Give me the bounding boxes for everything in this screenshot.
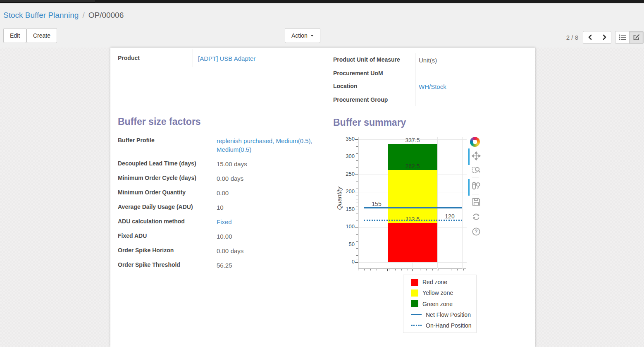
reset-tool-button[interactable]	[472, 212, 481, 221]
buffer-factors-group: Buffer Profile replenish purchased, Medi…	[118, 134, 317, 273]
y-axis-title: Quantity	[336, 174, 343, 223]
breadcrumb-parent-link[interactable]: Stock Buffer Planning	[3, 11, 79, 20]
legend-swatch	[411, 300, 418, 307]
y-tick-label: 250	[333, 171, 355, 177]
field-number: 0.00	[217, 189, 229, 196]
pan-icon	[472, 151, 481, 160]
help-tool-button[interactable]: ?	[472, 227, 481, 236]
y-tick-label: 0	[333, 258, 355, 265]
adu-method-link[interactable]: Fixed	[217, 218, 232, 225]
dlt-label: Decoupled Lead Time (days)	[118, 157, 211, 171]
y-tick-mark	[355, 157, 358, 157]
form-view-icon	[633, 34, 640, 41]
plot-area[interactable]: 337.5262.5112.5155120	[358, 137, 466, 268]
legend-label: Yellow zone	[422, 290, 453, 296]
legend-label: On-Hand Position	[426, 322, 472, 329]
fixed-adu-label: Fixed ADU	[118, 229, 211, 244]
pager-previous-button[interactable]	[583, 31, 597, 44]
y-tick-label: 350	[333, 136, 355, 142]
form-field-row: Minimum Order Cycle (days) 0.00 days	[118, 171, 317, 186]
procurement-uom-field-value	[415, 67, 534, 80]
product-field-label: Product	[118, 49, 193, 67]
y-tick-label: 50	[333, 241, 355, 247]
chevron-right-icon	[601, 34, 607, 41]
x-tick-mark	[412, 269, 413, 271]
list-view-icon	[619, 34, 626, 41]
bokeh-logo-icon[interactable]	[470, 137, 480, 147]
save-tool-button[interactable]	[472, 197, 481, 206]
moc-label: Minimum Order Cycle (days)	[118, 171, 211, 186]
buffer-summary-chart: Quantity 050100150200250300350 337.5262.…	[333, 129, 535, 347]
form-field-row: Product Unit of Measure Unit(s)	[333, 53, 534, 67]
y-tick-mark	[355, 139, 358, 140]
field-suffix: days	[231, 247, 244, 254]
action-dropdown-label: Action	[291, 29, 308, 43]
x-tick-mark	[387, 269, 388, 271]
moc-value: 0.00 days	[211, 171, 317, 186]
legend-item: Net Flow Position	[403, 309, 476, 320]
box-zoom-icon	[472, 165, 481, 175]
pager-value: 2 / 8	[566, 34, 578, 41]
form-field-row: Average Daily Usage (ADU) 10	[118, 200, 317, 215]
view-switcher	[615, 31, 644, 44]
product-group: Product [ADPT] USB Adapter	[118, 49, 324, 67]
product-link[interactable]: [ADPT] USB Adapter	[198, 55, 255, 62]
reset-icon	[472, 212, 481, 221]
breadcrumb-separator: /	[82, 11, 84, 20]
form-field-row: Buffer Profile replenish purchased, Medi…	[118, 134, 317, 157]
x-gridline	[462, 137, 463, 268]
top-menubar	[0, 0, 644, 3]
box-zoom-tool-button[interactable]	[472, 165, 481, 175]
y-tick-label: 300	[333, 153, 355, 159]
legend-item: On-Hand Position	[403, 320, 476, 331]
buffer-profile-link[interactable]: replenish purchased, Medium(0.5), Medium…	[217, 137, 312, 153]
y-tick-mark	[355, 175, 358, 175]
form-field-row: ADU calculation method Fixed	[118, 215, 317, 229]
help-icon: ?	[472, 227, 481, 236]
form-field-row: Procurement Group	[333, 93, 534, 106]
spike-threshold-value: 56.25	[211, 258, 317, 273]
pan-tool-button[interactable]	[472, 151, 481, 160]
procurement-group-field-value	[415, 93, 534, 106]
control-bar: Edit Create Action 2 / 8	[0, 27, 644, 48]
x-tick-mark	[437, 269, 437, 271]
x-gridline	[437, 137, 438, 268]
adu-method-value: Fixed	[211, 215, 317, 229]
field-number: 10	[217, 204, 224, 211]
form-field-row: Order Spike Horizon 0.00 days	[118, 244, 317, 258]
form-field-row: Location WH/Stock	[333, 80, 534, 93]
legend-label: Green zone	[422, 301, 453, 307]
pager: 2 / 8	[566, 27, 644, 48]
zone-yellow	[388, 170, 437, 223]
create-button[interactable]: Create	[26, 28, 57, 43]
toolbar-separator	[472, 177, 479, 177]
pager-next-button[interactable]	[597, 31, 611, 44]
zone-red	[388, 223, 437, 262]
buffer-size-factors-title: Buffer size factors	[118, 116, 201, 127]
y-tick-mark	[355, 210, 358, 210]
adu-method-label: ADU calculation method	[118, 215, 211, 229]
legend-item: Green zone	[403, 298, 476, 309]
list-view-button[interactable]	[615, 31, 630, 44]
form-view-button[interactable]	[629, 31, 644, 44]
y-tick-mark	[355, 262, 358, 263]
y-tick-mark	[355, 245, 358, 245]
save-icon	[472, 197, 481, 206]
form-sheet: Product [ADPT] USB Adapter Product Unit …	[110, 48, 535, 347]
hover-tool-button[interactable]	[472, 181, 481, 190]
breadcrumb-current: OP/00006	[88, 11, 124, 20]
spike-horizon-value: 0.00 days	[211, 244, 317, 258]
y-tick-mark	[355, 192, 358, 192]
action-dropdown-button[interactable]: Action	[285, 28, 320, 43]
location-link[interactable]: WH/Stock	[419, 83, 446, 90]
field-number: 0.00	[217, 175, 229, 182]
fixed-adu-value: 10.00	[211, 229, 317, 244]
edit-button[interactable]: Edit	[3, 28, 26, 43]
hover-icon	[472, 181, 481, 190]
uom-field-value: Unit(s)	[415, 53, 534, 67]
y-tick-label: 100	[333, 223, 355, 230]
form-field-row: Fixed ADU 10.00	[118, 229, 317, 244]
field-number: 56.25	[217, 262, 232, 269]
legend-swatch	[411, 290, 418, 297]
location-field-value: WH/Stock	[415, 80, 534, 93]
